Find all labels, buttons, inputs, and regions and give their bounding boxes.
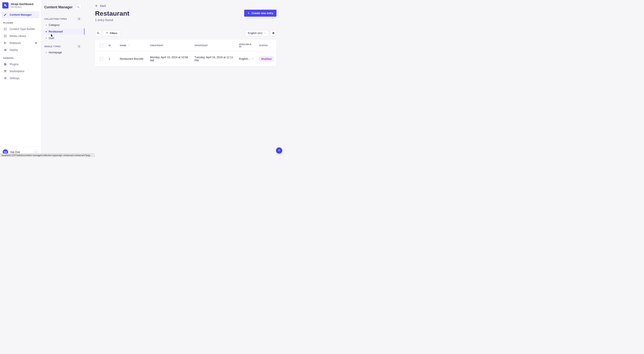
locale-label: English (en) bbox=[248, 32, 262, 35]
cell-updatedat: Tuesday, April 16, 2024 at 12:11 PM bbox=[192, 52, 236, 66]
row-checkbox[interactable] bbox=[100, 57, 103, 61]
pencil-icon bbox=[4, 13, 7, 16]
back-label: Back bbox=[100, 4, 106, 7]
strapi-logo-icon bbox=[2, 2, 8, 9]
svg-point-7 bbox=[78, 6, 79, 8]
filter-icon bbox=[106, 32, 108, 35]
paper-plane-icon bbox=[4, 41, 7, 45]
collection-types-label: COLLECTION TYPES bbox=[44, 18, 67, 20]
type-label: User bbox=[49, 37, 54, 40]
cart-icon bbox=[4, 70, 7, 73]
type-item-restaurant[interactable]: Restaurant bbox=[43, 29, 84, 35]
back-link[interactable]: Back bbox=[95, 4, 106, 8]
image-icon bbox=[4, 35, 7, 38]
table-row[interactable]: 1 Restaurant Biscotte Monday, April 15, … bbox=[95, 52, 276, 66]
type-item-user[interactable]: User bbox=[43, 35, 82, 41]
svg-rect-1 bbox=[6, 6, 6, 7]
page-title: Restaurant bbox=[95, 10, 130, 17]
bullet-icon bbox=[46, 52, 47, 53]
svg-line-8 bbox=[79, 8, 80, 8]
user-name: Kai Doe bbox=[10, 150, 20, 154]
nav-media-library[interactable]: Media Library bbox=[2, 33, 40, 40]
type-item-homepage[interactable]: Homepage bbox=[43, 49, 82, 56]
single-types-count: 1 bbox=[77, 45, 81, 48]
search-content-types-button[interactable] bbox=[76, 4, 81, 10]
brand[interactable]: Strapi Dashboard Workplace bbox=[0, 0, 41, 11]
section-plugins: PLUGINS bbox=[0, 18, 41, 26]
main-content: Back Restaurant 1 entry found Create new… bbox=[84, 0, 286, 157]
main-sidebar: Strapi Dashboard Workplace Content Manag… bbox=[0, 0, 41, 157]
sort-asc-icon bbox=[128, 44, 130, 47]
nav-marketplace[interactable]: Marketplace bbox=[2, 68, 40, 75]
svg-rect-2 bbox=[4, 28, 6, 30]
cell-createdat: Monday, April 15, 2024 at 10:58 AM bbox=[147, 52, 192, 66]
nav-plugins[interactable]: Plugins bbox=[2, 61, 40, 68]
puzzle-icon bbox=[4, 63, 7, 66]
collection-types-count: 3 bbox=[77, 17, 81, 21]
type-label: Restaurant bbox=[49, 30, 63, 33]
nav-label: Content Manager bbox=[10, 13, 32, 16]
layout-icon bbox=[4, 28, 7, 31]
gear-icon bbox=[272, 32, 275, 35]
locale-select[interactable]: English (en) bbox=[245, 30, 269, 36]
table-header-row: ID NAME CREATEDAT UPDATEDAT AVAILABLE IN… bbox=[95, 40, 276, 52]
cell-name: Restaurant Biscotte bbox=[117, 52, 148, 66]
brand-subtitle: Workplace bbox=[11, 6, 34, 8]
bullet-icon bbox=[46, 38, 47, 39]
svg-point-6 bbox=[5, 35, 5, 36]
divider bbox=[44, 14, 49, 14]
help-button[interactable]: ? bbox=[276, 147, 282, 154]
cell-availablein[interactable]: English… bbox=[236, 52, 256, 66]
th-name[interactable]: NAME bbox=[117, 40, 148, 52]
nav-label: Marketplace bbox=[10, 70, 24, 73]
content-types-sidebar: Content Manager COLLECTION TYPES 3 Categ… bbox=[41, 0, 84, 157]
sub-sidebar-title: Content Manager bbox=[44, 5, 73, 9]
nav-releases[interactable]: Releases bbox=[2, 40, 40, 46]
nav-label: Settings bbox=[10, 77, 20, 80]
nav-settings[interactable]: Settings bbox=[2, 75, 40, 82]
plus-icon bbox=[247, 12, 250, 15]
create-entry-button[interactable]: Create new entry bbox=[244, 10, 276, 17]
filters-button[interactable]: Filters bbox=[103, 30, 120, 36]
type-label: Homepage bbox=[49, 51, 62, 54]
svg-point-12 bbox=[97, 32, 99, 34]
caret-down-icon bbox=[252, 58, 254, 60]
type-item-category[interactable]: Category bbox=[43, 22, 82, 28]
bullet-icon bbox=[46, 31, 47, 32]
th-status[interactable]: STATUS bbox=[256, 40, 276, 52]
search-icon bbox=[77, 6, 80, 9]
th-updatedat[interactable]: UPDATEDAT bbox=[192, 40, 236, 52]
chevron-left-icon bbox=[35, 151, 37, 153]
nav-label: Releases bbox=[10, 41, 21, 45]
entries-table: ID NAME CREATEDAT UPDATEDAT AVAILABLE IN… bbox=[95, 40, 276, 66]
lock-icon bbox=[35, 41, 38, 45]
nav-label: Media Library bbox=[10, 35, 26, 38]
arrow-left-icon bbox=[95, 4, 98, 7]
create-btn-label: Create new entry bbox=[252, 12, 273, 15]
bullet-icon bbox=[46, 25, 47, 26]
svg-line-13 bbox=[99, 34, 99, 34]
th-availablein[interactable]: AVAILABLE IN bbox=[236, 40, 256, 52]
nav-content-type-builder[interactable]: Content-Type Builder bbox=[2, 26, 40, 33]
nav-label: Plugins bbox=[10, 63, 18, 66]
page-subtitle: 1 entry found bbox=[95, 18, 130, 22]
nav-deploy[interactable]: Deploy bbox=[2, 46, 40, 53]
cell-status: Modified bbox=[256, 52, 276, 66]
search-icon bbox=[97, 32, 100, 35]
single-types-label: SINGLE TYPES bbox=[44, 45, 61, 48]
filters-label: Filters bbox=[110, 32, 118, 35]
th-id[interactable]: ID bbox=[106, 40, 117, 52]
select-all-checkbox[interactable] bbox=[100, 44, 103, 47]
toolbar: Filters English (en) bbox=[95, 30, 276, 36]
th-createdat[interactable]: CREATEDAT bbox=[147, 40, 192, 52]
status-bar-url: localhost:1337/admin/content-manager/col… bbox=[0, 153, 95, 157]
section-general: GENERAL bbox=[0, 53, 41, 61]
caret-down-icon bbox=[264, 32, 266, 34]
search-entries-button[interactable] bbox=[95, 30, 101, 36]
cloud-icon bbox=[4, 48, 7, 52]
nav-content-manager[interactable]: Content Manager bbox=[2, 11, 40, 18]
nav-label: Deploy bbox=[10, 48, 18, 52]
type-label: Category bbox=[49, 23, 60, 27]
table-settings-button[interactable] bbox=[270, 30, 276, 36]
cell-id: 1 bbox=[106, 52, 117, 66]
